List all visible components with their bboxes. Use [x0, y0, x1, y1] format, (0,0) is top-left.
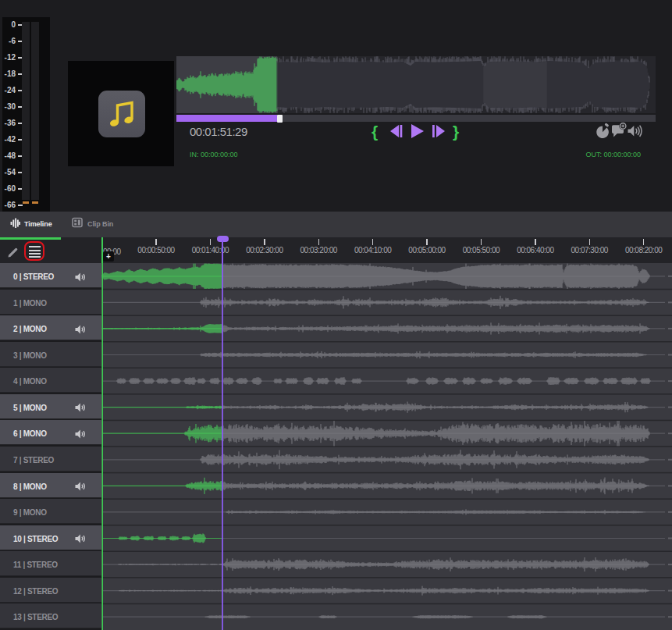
- svg-text:}: }: [453, 123, 459, 141]
- svg-text:{: {: [372, 123, 378, 141]
